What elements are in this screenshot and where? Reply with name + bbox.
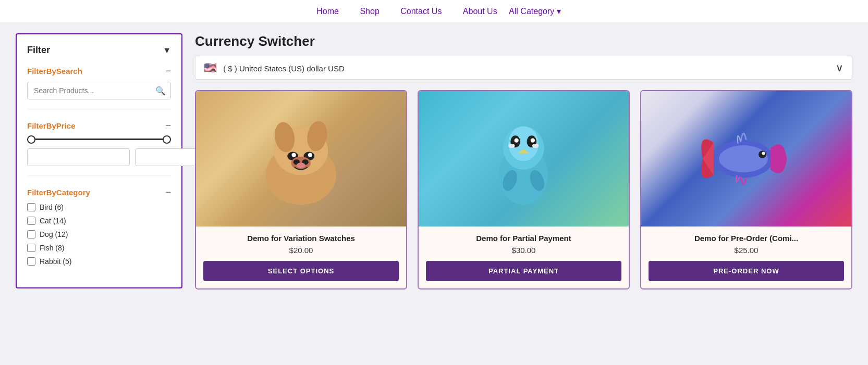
category-checkbox-1[interactable] (27, 217, 35, 225)
filter-price-header: FilterByPrice − (27, 121, 171, 130)
product-image-dog (196, 91, 406, 226)
product-name: Demo for Variation Swatches (247, 234, 355, 243)
category-checkbox-4[interactable] (27, 257, 35, 266)
filter-title: Filter (27, 45, 50, 56)
product-image-wrapper (419, 91, 629, 226)
category-list: Bird (6) Cat (14) Dog (12) Fish (8) Rabb… (27, 203, 171, 266)
product-action-button[interactable]: SELECT OPTIONS (203, 261, 399, 281)
price-thumb-left[interactable] (27, 135, 35, 144)
svg-point-6 (292, 153, 296, 157)
category-item-label: Fish (8) (40, 244, 64, 252)
price-inputs: 0 249 (27, 148, 171, 166)
svg-point-21 (532, 144, 539, 148)
product-card: Demo for Pre-Order (Comi... $25.00 PRE-O… (640, 90, 852, 290)
svg-point-11 (297, 162, 305, 168)
svg-point-18 (531, 138, 535, 142)
price-min-input[interactable]: 0 (27, 148, 130, 166)
search-input[interactable] (27, 82, 171, 99)
product-price: $30.00 (512, 246, 536, 255)
category-item: Cat (14) (27, 217, 171, 225)
category-item-label: Rabbit (5) (40, 257, 71, 266)
nav-home[interactable]: Home (316, 7, 339, 16)
product-price: $20.00 (289, 246, 313, 255)
product-action-button[interactable]: PARTIAL PAYMENT (426, 261, 621, 281)
filter-header: Filter ▼ (27, 45, 171, 56)
main-layout: Filter ▼ FilterBySearch − 🔍 FilterByPric… (0, 23, 868, 300)
product-price: $25.00 (735, 246, 759, 255)
currency-flag: 🇺🇸 (204, 62, 217, 73)
nav-about[interactable]: About Us (463, 7, 497, 16)
svg-point-25 (719, 145, 768, 172)
category-item: Fish (8) (27, 244, 171, 252)
svg-point-7 (308, 153, 312, 157)
currency-label: ( $ ) United States (US) dollar USD (223, 64, 345, 73)
product-image-fish (641, 91, 851, 226)
price-track (27, 139, 171, 140)
search-container: 🔍 (27, 82, 171, 99)
main-nav: Home Shop Contact Us About Us All Catego… (0, 0, 868, 23)
product-image-bird (419, 91, 629, 226)
product-name: Demo for Pre-Order (Comi... (694, 234, 798, 243)
filter-category-header: FilterByCategory − (27, 187, 171, 197)
filter-price-label: FilterByPrice (27, 121, 76, 130)
filter-price-collapse[interactable]: − (165, 121, 171, 130)
chevron-down-icon: ∨ (836, 61, 843, 74)
category-item-label: Bird (6) (40, 203, 64, 211)
currency-selected: 🇺🇸 ( $ ) United States (US) dollar USD (204, 61, 345, 74)
filter-search-section: FilterBySearch − 🔍 (27, 66, 171, 109)
price-slider-container (27, 139, 171, 140)
nav-all-category[interactable]: All Category ▾ (509, 7, 561, 16)
category-item: Rabbit (5) (27, 257, 171, 266)
category-item-label: Cat (14) (40, 217, 66, 225)
svg-point-17 (515, 138, 519, 142)
svg-point-20 (508, 144, 515, 148)
filter-category-label: FilterByCategory (27, 188, 90, 197)
category-checkbox-3[interactable] (27, 244, 35, 252)
product-info: Demo for Variation Swatches $20.00 SELEC… (196, 226, 406, 288)
category-item: Bird (6) (27, 203, 171, 211)
category-item-label: Dog (12) (40, 230, 68, 238)
content-area: Currency Switcher 🇺🇸 ( $ ) United States… (195, 33, 852, 290)
product-image-wrapper (196, 91, 406, 226)
category-checkbox-0[interactable] (27, 203, 35, 211)
sidebar-filter: Filter ▼ FilterBySearch − 🔍 FilterByPric… (16, 33, 182, 288)
currency-dropdown[interactable]: 🇺🇸 ( $ ) United States (US) dollar USD ∨ (195, 56, 852, 80)
filter-search-header: FilterBySearch − (27, 66, 171, 75)
filter-search-label: FilterBySearch (27, 67, 82, 75)
search-icon[interactable]: 🔍 (155, 86, 166, 96)
product-name: Demo for Partial Payment (476, 234, 571, 243)
svg-point-27 (762, 152, 765, 155)
product-action-button[interactable]: PRE-ORDER NOW (649, 261, 844, 281)
product-image-wrapper (641, 91, 851, 226)
filter-funnel-icon: ▼ (163, 46, 171, 55)
product-grid: Demo for Variation Swatches $20.00 SELEC… (195, 90, 852, 290)
category-item: Dog (12) (27, 230, 171, 238)
product-card: Demo for Partial Payment $30.00 PARTIAL … (418, 90, 630, 290)
product-info: Demo for Pre-Order (Comi... $25.00 PRE-O… (641, 226, 851, 288)
category-checkbox-2[interactable] (27, 230, 35, 238)
nav-contact[interactable]: Contact Us (400, 7, 442, 16)
nav-shop[interactable]: Shop (360, 7, 379, 16)
filter-category-section: FilterByCategory − Bird (6) Cat (14) Dog… (27, 187, 171, 266)
filter-price-section: FilterByPrice − 0 249 (27, 121, 171, 176)
filter-category-collapse[interactable]: − (165, 187, 171, 197)
product-card: Demo for Variation Swatches $20.00 SELEC… (195, 90, 407, 290)
currency-switcher-title: Currency Switcher (195, 33, 852, 49)
product-info: Demo for Partial Payment $30.00 PARTIAL … (419, 226, 629, 288)
price-thumb-right[interactable] (163, 135, 171, 144)
filter-search-collapse[interactable]: − (165, 66, 171, 75)
currency-switcher-section: Currency Switcher 🇺🇸 ( $ ) United States… (195, 33, 852, 80)
